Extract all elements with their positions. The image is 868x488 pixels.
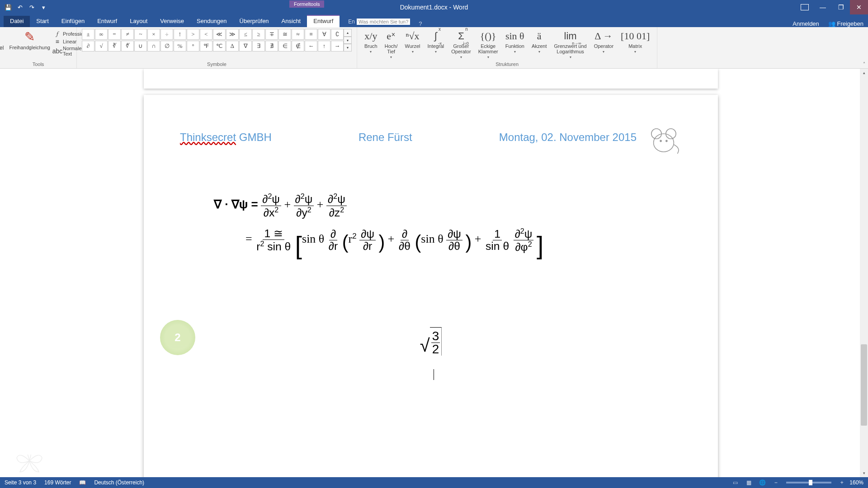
scroll-down-button[interactable]: ▾ [860, 469, 868, 477]
print-layout-button[interactable]: ▦ [743, 479, 755, 487]
page[interactable]: Thinksecret GMBH Rene Fürst Montag, 02. … [144, 95, 718, 477]
symbol-cell[interactable]: ≈ [292, 29, 304, 40]
tab-datei[interactable]: Datei [4, 16, 30, 27]
tab-entwurf-formel[interactable]: Entwurf [307, 15, 340, 27]
scroll-thumb[interactable] [861, 344, 867, 426]
web-layout-button[interactable]: 🌐 [756, 479, 768, 487]
restore-button[interactable]: ❐ [832, 0, 850, 14]
symbol-cell[interactable]: ± [82, 29, 94, 40]
symbol-cell[interactable]: ≫ [226, 29, 239, 40]
undo-button[interactable]: ↶ [14, 2, 25, 13]
tab-start[interactable]: Start [30, 16, 55, 27]
symbol-cell[interactable]: ∞ [95, 29, 108, 40]
help-button[interactable]: ? [419, 20, 422, 27]
tab-einfuegen[interactable]: Einfügen [55, 16, 91, 27]
proofing-icon[interactable]: 📖 [79, 479, 86, 486]
symbol-cell[interactable]: ~ [134, 29, 147, 40]
struct-eckige[interactable]: {()}Eckige Klammer▾ [476, 29, 501, 60]
minimize-button[interactable]: — [814, 0, 832, 14]
ribbon-display-options[interactable] [796, 0, 814, 14]
redo-button[interactable]: ↷ [26, 2, 37, 13]
zoom-out-button[interactable]: − [770, 479, 782, 487]
symbol-cell[interactable]: ° [187, 41, 199, 52]
struct-großer[interactable]: Σni=0Großer Operator▾ [448, 29, 473, 60]
symbol-cell[interactable]: > [187, 29, 199, 40]
vertical-scrollbar[interactable]: ▴ ▾ [860, 69, 868, 477]
tell-me-box[interactable]: En Was möchten Sie tun? [345, 16, 413, 27]
struct-operator[interactable]: Δ →Operator▾ [591, 29, 616, 60]
zoom-level[interactable]: 160% [849, 479, 863, 486]
symbol-cell[interactable]: ∈ [278, 41, 291, 52]
symbol-cell[interactable]: ≠ [121, 29, 134, 40]
symbol-cell[interactable]: % [174, 41, 186, 52]
symbol-cell[interactable]: ∜ [121, 41, 134, 52]
word-count[interactable]: 169 Wörter [44, 479, 71, 486]
sqrt-numerator[interactable]: 3 [431, 330, 440, 343]
symbol-cell[interactable]: ∅ [160, 41, 173, 52]
tab-entwurf[interactable]: Entwurf [91, 16, 123, 27]
symbols-expand[interactable]: ▾ [344, 44, 352, 52]
scroll-up-button[interactable]: ▴ [860, 69, 868, 77]
struct-wurzel[interactable]: ⁿ√xWurzel▾ [402, 29, 423, 60]
struct-integral[interactable]: ∫x-xIntegral▾ [425, 29, 447, 60]
struct-bruch[interactable]: x/yBruch▾ [362, 29, 380, 60]
symbol-cell[interactable]: ← [305, 41, 317, 52]
symbol-cell[interactable]: ≤ [239, 29, 252, 40]
struct-grenzwert[interactable]: limn→∞Grenzwert und Logarithmus▾ [552, 29, 590, 60]
symbol-cell[interactable]: ∓ [265, 29, 278, 40]
symbol-cell[interactable]: ! [174, 29, 186, 40]
symbol-cell[interactable]: < [200, 29, 212, 40]
symbol-cell[interactable]: ∉ [292, 41, 304, 52]
struct-matrix[interactable]: [10 01]Matrix▾ [618, 29, 652, 60]
page-indicator[interactable]: Seite 3 von 3 [5, 479, 36, 486]
symbol-cell[interactable]: ℉ [200, 41, 212, 52]
symbol-cell[interactable]: ≪ [213, 29, 226, 40]
tab-ansicht[interactable]: Ansicht [275, 16, 307, 27]
anmelden-link[interactable]: Anmelden [793, 20, 819, 27]
symbol-cell[interactable]: ∂ [82, 41, 94, 52]
symbol-cell[interactable]: ∀ [318, 29, 330, 40]
sqrt-denominator[interactable]: 2 [432, 343, 439, 356]
struct-akzent[interactable]: äAkzent▾ [529, 29, 550, 60]
freihand-button[interactable]: ✎ Freihandgleichung [7, 29, 52, 57]
freigeben-button[interactable]: 👥 Freigeben [828, 20, 863, 27]
symbol-cell[interactable]: ≅ [278, 29, 291, 40]
symbol-cell[interactable]: √ [95, 41, 108, 52]
read-mode-button[interactable]: ▭ [729, 479, 741, 487]
collapse-ribbon-button[interactable]: ˄ [863, 61, 865, 66]
tab-ueberpruefen[interactable]: Überprüfen [233, 16, 275, 27]
struct-hoch[interactable]: eˣHoch/ Tief▾ [382, 29, 401, 60]
symbol-cell[interactable]: ∃ [252, 41, 265, 52]
symbol-cell[interactable]: ∩ [147, 41, 160, 52]
tab-verweise[interactable]: Verweise [154, 16, 190, 27]
symbol-cell[interactable]: → [331, 41, 344, 52]
symbol-cell[interactable]: ∁ [331, 29, 344, 40]
equation-block[interactable]: ∇ · ∇ψ = ∂2ψ∂x2 + ∂2ψ∂y2 + ∂2ψ∂z2 = 1 ≅r… [144, 155, 718, 273]
struct-funktion[interactable]: sin θFunktion▾ [503, 29, 527, 60]
symbol-cell[interactable]: ∇ [239, 41, 252, 52]
sqrt-equation[interactable]: √ 32 [144, 273, 718, 383]
symbols-scroll-up[interactable]: ▴ [344, 29, 352, 37]
symbol-cell[interactable]: ∆ [226, 41, 239, 52]
symbol-cell[interactable]: ↑ [318, 41, 330, 52]
symbol-cell[interactable]: = [108, 29, 121, 40]
symbol-cell[interactable]: ≥ [252, 29, 265, 40]
zoom-slider[interactable] [786, 482, 831, 483]
close-button[interactable]: ✕ [850, 0, 868, 14]
tab-layout[interactable]: Layout [123, 16, 154, 27]
language-indicator[interactable]: Deutsch (Österreich) [94, 479, 144, 486]
tab-sendungen[interactable]: Sendungen [190, 16, 233, 27]
symbol-cell[interactable]: ≡ [305, 29, 317, 40]
symbol-cell[interactable]: ∄ [265, 41, 278, 52]
zoom-in-button[interactable]: + [836, 479, 848, 487]
symbols-scroll-down[interactable]: ▾ [344, 37, 352, 44]
qat-more-button[interactable]: ▾ [38, 2, 49, 13]
previous-page-tail [144, 69, 718, 89]
save-button[interactable]: 💾 [3, 2, 14, 13]
symbol-cell[interactable]: × [147, 29, 160, 40]
symbol-cell[interactable]: ∪ [134, 41, 147, 52]
symbol-cell[interactable]: ÷ [160, 29, 173, 40]
formel-button[interactable]: π Formel ▾ [0, 29, 5, 57]
symbol-cell[interactable]: ∛ [108, 41, 121, 52]
symbol-cell[interactable]: ℃ [213, 41, 226, 52]
